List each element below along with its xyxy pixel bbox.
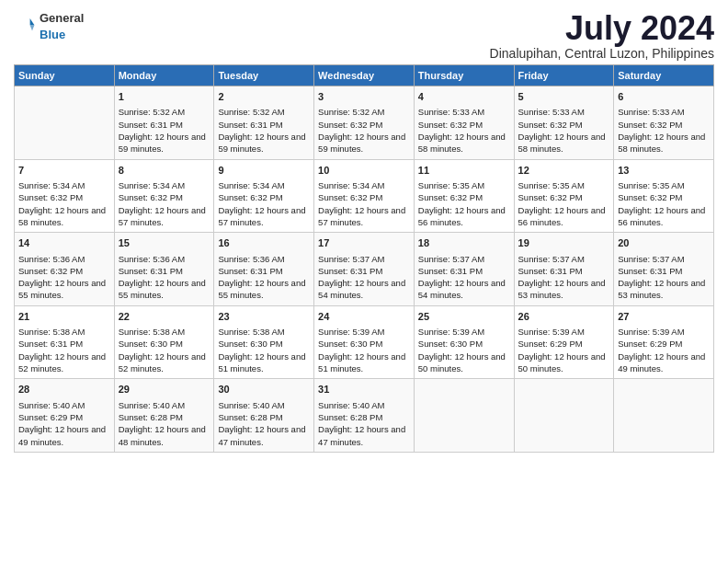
day-number: 29 bbox=[119, 383, 210, 396]
calendar-cell: 6Sunrise: 5:33 AMSunset: 6:32 PMDaylight… bbox=[614, 86, 714, 160]
title-area: July 2024 Dinalupihan, Central Luzon, Ph… bbox=[490, 9, 714, 61]
calendar-cell: 2Sunrise: 5:32 AMSunset: 6:31 PMDaylight… bbox=[214, 86, 314, 160]
week-row-3: 21Sunrise: 5:38 AMSunset: 6:31 PMDayligh… bbox=[15, 305, 714, 379]
daylight-text: Daylight: 12 hours and 47 minutes. bbox=[218, 424, 305, 446]
daylight-text: Daylight: 12 hours and 53 minutes. bbox=[618, 278, 705, 300]
header-cell-sunday: Sunday bbox=[15, 65, 115, 86]
sunrise-text: Sunrise: 5:39 AM bbox=[518, 327, 585, 337]
day-number: 22 bbox=[119, 310, 210, 324]
calendar-cell: 16Sunrise: 5:36 AMSunset: 6:31 PMDayligh… bbox=[214, 233, 314, 306]
calendar-cell: 17Sunrise: 5:37 AMSunset: 6:31 PMDayligh… bbox=[314, 233, 415, 306]
sunrise-text: Sunrise: 5:32 AM bbox=[119, 107, 185, 117]
daylight-text: Daylight: 12 hours and 59 minutes. bbox=[119, 132, 206, 154]
calendar-cell: 20Sunrise: 5:37 AMSunset: 6:31 PMDayligh… bbox=[614, 233, 714, 306]
page-container: General Blue July 2024 Dinalupihan, Cent… bbox=[0, 0, 728, 462]
sunset-text: Sunset: 6:29 PM bbox=[18, 412, 83, 422]
daylight-text: Daylight: 12 hours and 48 minutes. bbox=[119, 424, 206, 446]
sunrise-text: Sunrise: 5:35 AM bbox=[618, 180, 684, 190]
sunrise-text: Sunrise: 5:37 AM bbox=[518, 254, 585, 264]
day-number: 6 bbox=[618, 90, 710, 104]
calendar-cell: 27Sunrise: 5:39 AMSunset: 6:29 PMDayligh… bbox=[614, 305, 714, 379]
calendar-cell bbox=[15, 86, 115, 160]
sunset-text: Sunset: 6:28 PM bbox=[218, 412, 282, 422]
daylight-text: Daylight: 12 hours and 55 minutes. bbox=[18, 278, 106, 300]
svg-marker-1 bbox=[30, 25, 35, 30]
day-number: 28 bbox=[18, 383, 110, 396]
calendar-cell: 8Sunrise: 5:34 AMSunset: 6:32 PMDaylight… bbox=[114, 159, 214, 233]
sunrise-text: Sunrise: 5:36 AM bbox=[18, 254, 85, 264]
subtitle: Dinalupihan, Central Luzon, Philippines bbox=[490, 46, 714, 61]
daylight-text: Daylight: 12 hours and 52 minutes. bbox=[119, 351, 206, 373]
daylight-text: Daylight: 12 hours and 59 minutes. bbox=[318, 132, 405, 154]
day-number: 13 bbox=[618, 164, 710, 178]
sunset-text: Sunset: 6:32 PM bbox=[18, 266, 83, 276]
daylight-text: Daylight: 12 hours and 58 minutes. bbox=[418, 132, 506, 154]
logo-text: General Blue bbox=[40, 9, 84, 42]
svg-marker-0 bbox=[30, 18, 35, 25]
header-row: SundayMondayTuesdayWednesdayThursdayFrid… bbox=[15, 65, 714, 86]
sunset-text: Sunset: 6:32 PM bbox=[318, 192, 382, 202]
daylight-text: Daylight: 12 hours and 50 minutes. bbox=[518, 351, 606, 373]
sunrise-text: Sunrise: 5:35 AM bbox=[518, 180, 585, 190]
logo-blue: Blue bbox=[40, 28, 65, 41]
sunrise-text: Sunrise: 5:36 AM bbox=[218, 254, 284, 264]
calendar-header: SundayMondayTuesdayWednesdayThursdayFrid… bbox=[15, 65, 714, 86]
day-number: 3 bbox=[318, 90, 410, 104]
sunset-text: Sunset: 6:28 PM bbox=[318, 412, 382, 422]
sunset-text: Sunset: 6:32 PM bbox=[218, 192, 282, 202]
day-number: 7 bbox=[18, 164, 110, 178]
calendar-cell: 1Sunrise: 5:32 AMSunset: 6:31 PMDaylight… bbox=[114, 86, 214, 160]
sunrise-text: Sunrise: 5:39 AM bbox=[418, 327, 484, 337]
sunrise-text: Sunrise: 5:32 AM bbox=[318, 107, 384, 117]
day-number: 14 bbox=[18, 236, 110, 250]
logo: General Blue bbox=[14, 9, 84, 42]
daylight-text: Daylight: 12 hours and 55 minutes. bbox=[218, 278, 305, 300]
day-number: 11 bbox=[418, 164, 510, 178]
week-row-0: 1Sunrise: 5:32 AMSunset: 6:31 PMDaylight… bbox=[15, 86, 714, 160]
daylight-text: Daylight: 12 hours and 59 minutes. bbox=[218, 132, 305, 154]
daylight-text: Daylight: 12 hours and 52 minutes. bbox=[18, 351, 106, 373]
daylight-text: Daylight: 12 hours and 54 minutes. bbox=[418, 278, 506, 300]
calendar-cell: 24Sunrise: 5:39 AMSunset: 6:30 PMDayligh… bbox=[314, 305, 415, 379]
calendar-cell: 11Sunrise: 5:35 AMSunset: 6:32 PMDayligh… bbox=[414, 159, 514, 233]
calendar-cell: 19Sunrise: 5:37 AMSunset: 6:31 PMDayligh… bbox=[514, 233, 614, 306]
day-number: 19 bbox=[518, 236, 610, 250]
calendar-cell: 26Sunrise: 5:39 AMSunset: 6:29 PMDayligh… bbox=[514, 305, 614, 379]
logo-general: General bbox=[40, 11, 84, 25]
sunset-text: Sunset: 6:31 PM bbox=[318, 266, 382, 276]
calendar-cell: 5Sunrise: 5:33 AMSunset: 6:32 PMDaylight… bbox=[514, 86, 614, 160]
day-number: 2 bbox=[218, 90, 310, 104]
daylight-text: Daylight: 12 hours and 58 minutes. bbox=[618, 132, 705, 154]
calendar-cell: 28Sunrise: 5:40 AMSunset: 6:29 PMDayligh… bbox=[15, 379, 115, 453]
sunset-text: Sunset: 6:31 PM bbox=[18, 339, 83, 349]
daylight-text: Daylight: 12 hours and 51 minutes. bbox=[218, 351, 305, 373]
week-row-4: 28Sunrise: 5:40 AMSunset: 6:29 PMDayligh… bbox=[15, 379, 714, 453]
sunrise-text: Sunrise: 5:33 AM bbox=[618, 107, 684, 117]
daylight-text: Daylight: 12 hours and 56 minutes. bbox=[618, 205, 705, 227]
calendar-body: 1Sunrise: 5:32 AMSunset: 6:31 PMDaylight… bbox=[15, 86, 714, 453]
week-row-1: 7Sunrise: 5:34 AMSunset: 6:32 PMDaylight… bbox=[15, 159, 714, 233]
calendar-cell: 30Sunrise: 5:40 AMSunset: 6:28 PMDayligh… bbox=[214, 379, 314, 453]
sunset-text: Sunset: 6:31 PM bbox=[518, 266, 583, 276]
calendar-cell: 25Sunrise: 5:39 AMSunset: 6:30 PMDayligh… bbox=[414, 305, 514, 379]
sunset-text: Sunset: 6:32 PM bbox=[318, 120, 382, 130]
sunrise-text: Sunrise: 5:34 AM bbox=[18, 180, 85, 190]
sunset-text: Sunset: 6:29 PM bbox=[518, 339, 583, 349]
sunrise-text: Sunrise: 5:40 AM bbox=[119, 400, 185, 410]
sunset-text: Sunset: 6:31 PM bbox=[119, 266, 183, 276]
header: General Blue July 2024 Dinalupihan, Cent… bbox=[14, 9, 714, 61]
calendar-cell: 31Sunrise: 5:40 AMSunset: 6:28 PMDayligh… bbox=[314, 379, 415, 453]
daylight-text: Daylight: 12 hours and 55 minutes. bbox=[119, 278, 206, 300]
sunrise-text: Sunrise: 5:39 AM bbox=[618, 327, 684, 337]
daylight-text: Daylight: 12 hours and 53 minutes. bbox=[518, 278, 606, 300]
day-number: 15 bbox=[119, 236, 210, 250]
sunrise-text: Sunrise: 5:38 AM bbox=[18, 327, 85, 337]
sunrise-text: Sunrise: 5:34 AM bbox=[218, 180, 284, 190]
calendar-cell: 12Sunrise: 5:35 AMSunset: 6:32 PMDayligh… bbox=[514, 159, 614, 233]
day-number: 23 bbox=[218, 310, 310, 324]
sunset-text: Sunset: 6:31 PM bbox=[618, 266, 682, 276]
daylight-text: Daylight: 12 hours and 56 minutes. bbox=[418, 205, 506, 227]
day-number: 10 bbox=[318, 164, 410, 178]
calendar-cell: 18Sunrise: 5:37 AMSunset: 6:31 PMDayligh… bbox=[414, 233, 514, 306]
day-number: 4 bbox=[418, 90, 510, 104]
